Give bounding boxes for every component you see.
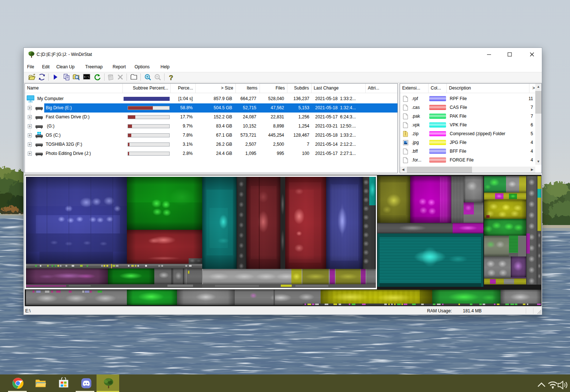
svg-text:?: ? — [169, 74, 173, 81]
svg-text:C:\: C:\ — [84, 75, 90, 79]
